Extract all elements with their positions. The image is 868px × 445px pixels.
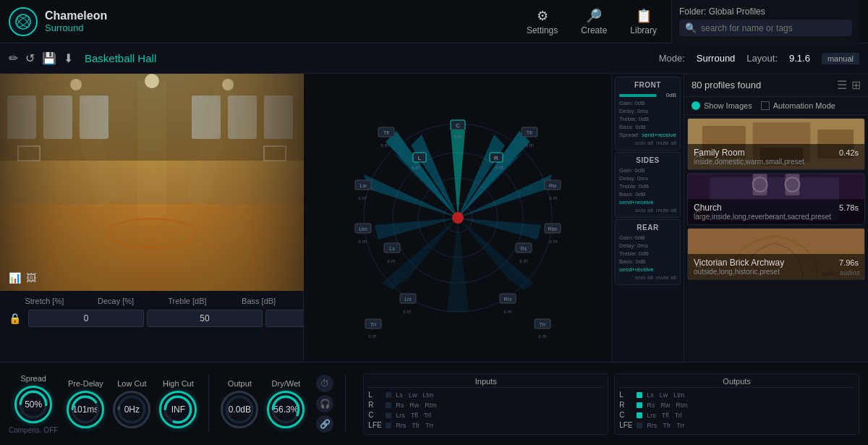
speaker-Rrs[interactable]: Rrs s m xyxy=(500,294,516,314)
svg-rect-25 xyxy=(0,74,304,291)
out-row-L: L Ls Lw Ltm xyxy=(619,391,854,399)
search-input[interactable] xyxy=(701,23,846,33)
sidebar: 80 profiles found ☰ ⊞ Show Images Automa… xyxy=(684,74,868,362)
front-spread-val[interactable]: send+receive xyxy=(642,132,676,138)
library-nav[interactable]: 📋 Library xyxy=(630,8,657,35)
library-label: Library xyxy=(630,25,657,35)
highcut-knob[interactable]: INF xyxy=(159,391,197,428)
output-knob[interactable]: 0.0dB xyxy=(221,391,258,428)
show-images-radio[interactable] xyxy=(692,101,700,110)
sides-gain-label: Gain: 0dB xyxy=(619,167,676,174)
list-view-icon[interactable]: ☰ xyxy=(837,78,847,92)
out-Tfr[interactable]: Tfr xyxy=(661,421,672,430)
io-Rrs[interactable]: Rrs xyxy=(394,421,407,430)
rear-solo[interactable]: solo all xyxy=(635,274,653,281)
highcut-group: High Cut INF xyxy=(159,379,197,428)
io-ch-L: L xyxy=(368,391,383,399)
create-nav[interactable]: 🔎 Create xyxy=(581,8,607,35)
front-mute[interactable]: mute all xyxy=(656,140,676,146)
speaker-Rs[interactable]: Rs s m xyxy=(516,243,532,263)
io-Ltm[interactable]: Ltm xyxy=(421,391,435,399)
speaker-Lrs[interactable]: Lrs s m xyxy=(400,294,416,314)
speaker-Ls[interactable]: Ls s m xyxy=(384,243,400,263)
sides-solo[interactable]: solo all xyxy=(635,207,653,213)
predelay-knob[interactable]: 101ms xyxy=(67,391,104,428)
star-icon-victorian[interactable]: ☆ xyxy=(694,258,703,270)
metronome-btn[interactable]: ⏱ xyxy=(316,375,333,392)
io-Ls[interactable]: Ls xyxy=(394,391,404,399)
download-icon[interactable]: ⬇ xyxy=(64,51,73,65)
edit-icon[interactable]: ✏ xyxy=(9,51,18,65)
star-icon-family[interactable]: ☆ xyxy=(694,148,703,160)
out-Ls[interactable]: Ls xyxy=(645,391,655,399)
profile-name-victorian: Victorian Brick Archway xyxy=(694,258,859,268)
create-label: Create xyxy=(581,25,607,35)
refresh-icon[interactable]: ↺ xyxy=(25,51,35,65)
io-Lw[interactable]: Lw xyxy=(407,391,419,399)
svg-text:s m: s m xyxy=(358,239,366,244)
manual-badge[interactable]: manual xyxy=(822,53,859,64)
speaker-Trl[interactable]: Trl s m xyxy=(365,319,381,339)
out-ch-R: R xyxy=(619,401,634,409)
sides-mute[interactable]: mute all xyxy=(656,207,676,213)
profile-family-room[interactable]: ☆ 0.42s Family Room inside,domestic,warm… xyxy=(687,118,865,170)
settings-nav[interactable]: ⚙ Settings xyxy=(527,8,558,35)
speaker-Lw[interactable]: Lw s m xyxy=(355,180,371,200)
out-Rtm[interactable]: Rtm xyxy=(674,401,689,410)
out-Ltm[interactable]: Ltm xyxy=(672,391,686,399)
speaker-Trr[interactable]: Trr s m xyxy=(535,319,550,339)
out-Tfl[interactable]: Tfl xyxy=(660,411,671,420)
decay-input[interactable] xyxy=(147,310,263,327)
lock-icon[interactable]: 🔒 xyxy=(9,313,21,324)
io-Trl[interactable]: Trl xyxy=(422,411,433,420)
profile-victorian[interactable]: audioz ☆ 7.96s Victorian Brick Archway o… xyxy=(687,228,865,280)
image-chart-icon[interactable]: 📊 xyxy=(6,271,24,285)
out-Trl[interactable]: Trl xyxy=(673,411,684,420)
svg-text:Lw: Lw xyxy=(359,183,367,188)
headphone-btn[interactable]: 🎧 xyxy=(316,395,333,412)
lowcut-label: Low Cut xyxy=(117,379,146,388)
out-Rrs[interactable]: Rrs xyxy=(645,421,658,430)
io-Tfr[interactable]: Tfr xyxy=(410,421,421,430)
out-Rs[interactable]: Rs xyxy=(645,401,656,410)
out-Trr[interactable]: Trr xyxy=(675,421,686,430)
profile-church[interactable]: ☆ 5.78s Church large,inside,long,reverbe… xyxy=(687,173,865,225)
front-solo[interactable]: solo all xyxy=(635,140,653,146)
automation-checkbox[interactable] xyxy=(761,101,770,110)
io-Rtm[interactable]: Rtm xyxy=(423,401,438,410)
speaker-Rw[interactable]: Rw s m xyxy=(545,180,561,200)
save-icon[interactable]: 💾 xyxy=(42,51,56,65)
io-Trr[interactable]: Trr xyxy=(424,421,435,430)
out-Lw[interactable]: Lw xyxy=(658,391,670,399)
rear-mute[interactable]: mute all xyxy=(656,274,676,281)
star-icon-church[interactable]: ☆ xyxy=(694,203,703,215)
show-images-option[interactable]: Show Images xyxy=(692,101,752,110)
sides-spread-val[interactable]: send+receive xyxy=(619,199,654,205)
spread-knob[interactable]: 50% xyxy=(14,386,52,423)
io-Rw[interactable]: Rw xyxy=(408,401,420,410)
image-gallery-icon[interactable]: 🖼 xyxy=(23,271,39,285)
stretch-input[interactable] xyxy=(28,310,144,327)
lowcut-knob[interactable]: 0Hz xyxy=(113,391,150,428)
separator-1 xyxy=(208,375,209,433)
speaker-L[interactable]: L s m xyxy=(412,153,426,170)
speaker-Ltm[interactable]: Ltm s m xyxy=(355,224,371,244)
io-led-C xyxy=(386,412,391,418)
drywet-knob[interactable]: 56.3% xyxy=(267,391,305,428)
svg-text:R: R xyxy=(494,155,498,161)
link-btn[interactable]: 🔗 xyxy=(316,415,333,433)
speaker-R[interactable]: R s m xyxy=(490,153,504,170)
out-Rw[interactable]: Rw xyxy=(659,401,671,410)
rear-spread-val[interactable]: send+receive xyxy=(619,266,654,273)
toolbar: ✏ ↺ 💾 ⬇ Basketball Hall Mode: Surround L… xyxy=(0,43,868,74)
speaker-Rtm[interactable]: Rtm s m xyxy=(545,224,561,244)
settings-icon: ⚙ xyxy=(537,8,548,24)
io-Tfl[interactable]: Tfl xyxy=(409,411,420,420)
mode-value[interactable]: Surround xyxy=(697,53,735,64)
layout-value[interactable]: 9.1.6 xyxy=(789,53,810,64)
io-Rs[interactable]: Rs xyxy=(394,401,405,410)
out-Lrs[interactable]: Lrs xyxy=(645,411,658,420)
io-Lrs[interactable]: Lrs xyxy=(394,411,407,420)
grid-view-icon[interactable]: ⊞ xyxy=(851,78,861,92)
automation-option[interactable]: Automation Mode xyxy=(761,101,835,110)
